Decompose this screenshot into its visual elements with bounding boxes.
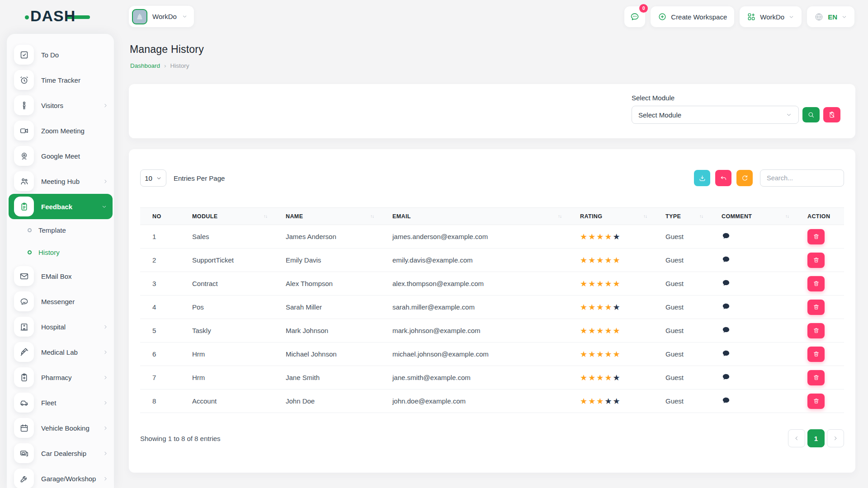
undo-icon <box>720 174 727 182</box>
sidebar-subitem-history[interactable]: History <box>7 241 114 263</box>
cell-module: Account <box>180 389 274 413</box>
visitors-icon <box>14 95 34 115</box>
cell-comment <box>709 296 795 319</box>
sidebar-item-feedback[interactable]: Feedback <box>9 194 113 219</box>
delete-button[interactable] <box>807 323 825 338</box>
comment-bubble-icon[interactable] <box>722 279 731 287</box>
comment-bubble-icon[interactable] <box>722 326 731 334</box>
pagination-prev-button[interactable] <box>788 429 805 447</box>
refresh-button[interactable] <box>736 170 753 186</box>
cell-action <box>795 225 844 249</box>
delete-button[interactable] <box>807 370 825 385</box>
star-filled-icon: ★ <box>596 303 604 312</box>
star-filled-icon: ★ <box>588 373 596 382</box>
table-search-input[interactable] <box>760 169 844 187</box>
cell-email: alex.thompson@example.com <box>380 272 568 296</box>
delete-button[interactable] <box>807 276 825 291</box>
cell-comment <box>709 366 795 389</box>
undo-button[interactable] <box>715 170 731 186</box>
filter-controls: Select Module Select Module <box>632 94 843 124</box>
workspace-selector[interactable]: WorkDo <box>129 6 194 27</box>
comment-bubble-icon[interactable] <box>722 373 731 381</box>
pagination-page-1-button[interactable]: 1 <box>807 429 825 447</box>
comment-bubble-icon[interactable] <box>722 302 731 311</box>
cell-action <box>795 296 844 319</box>
messages-button[interactable]: 0 <box>624 6 645 27</box>
sidebar-item-time-tracker[interactable]: Time Tracker <box>7 67 114 93</box>
select-module-value: Select Module <box>638 111 681 119</box>
sidebar-item-pharmacy[interactable]: Pharmacy <box>7 365 114 390</box>
comment-bubble-icon[interactable] <box>722 349 731 358</box>
comment-bubble-icon[interactable] <box>722 255 731 264</box>
delete-button[interactable] <box>807 347 825 362</box>
sort-icon: ↑↓ <box>264 214 267 219</box>
sidebar-item-email-box[interactable]: EMail Box <box>7 263 114 289</box>
sidebar-item-hospital[interactable]: Hospital <box>7 314 114 339</box>
col-header-name[interactable]: NAME↑↓ <box>274 208 380 225</box>
comment-bubble-icon[interactable] <box>722 232 731 240</box>
cell-type: Guest <box>653 389 709 413</box>
sidebar-item-fleet[interactable]: Fleet <box>7 390 114 415</box>
globe-icon <box>814 12 824 22</box>
sidebar-item-garage-workshop[interactable]: Garage/Workshop <box>7 466 114 488</box>
entries-per-page-select[interactable]: 10 <box>140 169 166 187</box>
sidebar-item-google-meet[interactable]: Google Meet <box>7 143 114 169</box>
star-filled-icon: ★ <box>604 303 613 312</box>
breadcrumb-separator: › <box>164 62 166 69</box>
col-header-type[interactable]: TYPE↑↓ <box>653 208 709 225</box>
sidebar-item-visitors[interactable]: Visitors <box>7 93 114 118</box>
language-selector[interactable]: EN <box>807 6 854 27</box>
cell-rating: ★★★★★ <box>568 319 653 343</box>
sidebar-item-todo[interactable]: To Do <box>7 42 114 67</box>
delete-button[interactable] <box>807 300 825 315</box>
cell-email: james.anderson@example.com <box>380 225 568 249</box>
star-filled-icon: ★ <box>588 303 596 312</box>
sort-icon: ↑↓ <box>643 214 647 219</box>
sidebar-item-zoom-meeting[interactable]: Zoom Meeting <box>7 118 114 143</box>
col-header-email[interactable]: EMAIL↑↓ <box>380 208 568 225</box>
trash-icon <box>813 327 820 334</box>
breadcrumb: Dashboard › History <box>130 62 189 69</box>
sidebar-item-messenger[interactable]: Messenger <box>7 289 114 314</box>
cell-name: Sarah Miller <box>274 296 380 319</box>
clipboard-off-icon <box>828 111 835 118</box>
comment-bubble-icon[interactable] <box>722 396 731 405</box>
filter-search-button[interactable] <box>802 107 820 122</box>
cell-action <box>795 389 844 413</box>
table-row: 1 Sales James Anderson james.anderson@ex… <box>140 225 844 249</box>
cell-email: john.doe@example.com <box>380 389 568 413</box>
sidebar-item-meeting-hub[interactable]: Meeting Hub <box>7 169 114 194</box>
sidebar-subitem-template[interactable]: Template <box>7 219 114 241</box>
pagination-next-button[interactable] <box>827 429 844 447</box>
star-filled-icon: ★ <box>580 256 588 265</box>
cell-type: Guest <box>653 319 709 343</box>
chevron-down-icon <box>182 14 188 19</box>
time-tracker-icon <box>14 70 34 90</box>
export-download-button[interactable] <box>694 170 710 186</box>
star-filled-icon: ★ <box>604 256 613 265</box>
sidebar-item-car-dealership[interactable]: Car Dealership <box>7 441 114 466</box>
col-header-rating[interactable]: RATING↑↓ <box>568 208 653 225</box>
delete-button[interactable] <box>807 229 825 244</box>
col-header-comment[interactable]: COMMENT↑↓ <box>709 208 795 225</box>
filter-reset-button[interactable] <box>823 107 840 122</box>
trash-icon <box>813 374 820 381</box>
chevron-right-icon <box>103 400 108 406</box>
breadcrumb-dashboard-link[interactable]: Dashboard <box>130 62 160 69</box>
star-rating: ★★★★★ <box>580 280 621 288</box>
building-icon <box>132 9 147 24</box>
cell-no: 4 <box>140 296 180 319</box>
col-header-module[interactable]: MODULE↑↓ <box>180 208 274 225</box>
delete-button[interactable] <box>807 394 825 409</box>
trash-icon <box>813 257 820 263</box>
create-workspace-button[interactable]: Create Workspace <box>651 6 734 27</box>
delete-button[interactable] <box>807 253 825 268</box>
star-filled-icon: ★ <box>604 279 613 288</box>
select-module-dropdown[interactable]: Select Module <box>632 106 799 124</box>
sidebar-item-vehicle-booking[interactable]: Vehicle Booking <box>7 415 114 441</box>
workspace-menu-button[interactable]: WorkDo <box>740 6 802 27</box>
cell-name: Alex Thompson <box>274 272 380 296</box>
cell-no: 7 <box>140 366 180 389</box>
cell-comment <box>709 272 795 296</box>
sidebar-item-medical-lab[interactable]: Medical Lab <box>7 339 114 365</box>
